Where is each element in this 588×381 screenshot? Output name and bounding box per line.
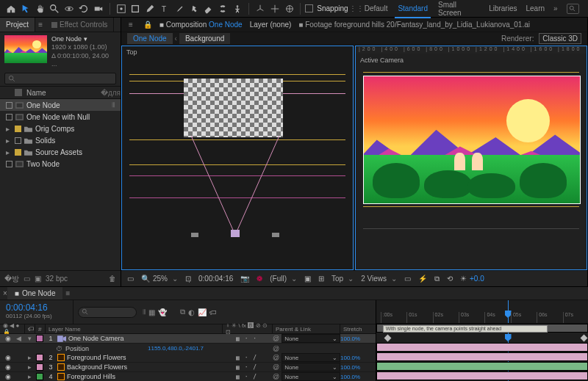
layer-track[interactable] [376, 362, 588, 371]
pickwhip-icon[interactable]: @ [273, 354, 279, 361]
parent-link[interactable]: @None⌄ [273, 353, 340, 362]
workspace-default[interactable]: Default [365, 4, 388, 12]
roto-tool-icon[interactable] [216, 2, 229, 15]
project-tab[interactable]: Project [0, 18, 35, 32]
twirl-icon[interactable]: ▸ [25, 373, 34, 380]
project-item[interactable]: Two Node [0, 158, 121, 170]
zoom-dropdown[interactable]: 🔍 25%⌄ [141, 275, 178, 283]
parent-column[interactable]: Parent & Link [273, 324, 340, 333]
layer-row[interactable]: ◉◀▾1One Node Camera▦ · ·@None⌄100.0% [0, 334, 376, 344]
new-comp-icon[interactable]: ▣ [35, 275, 41, 283]
name-column-header[interactable]: Name [26, 89, 46, 97]
fast-preview-icon[interactable]: ⚡ [418, 275, 427, 283]
pickwhip-icon[interactable]: @ [273, 373, 279, 380]
world-axis-icon[interactable] [268, 2, 282, 15]
visibility-toggle[interactable]: ◉ [0, 354, 16, 361]
snap-options-icon[interactable]: ⋮⋮ [350, 2, 363, 15]
layer-track[interactable] [376, 352, 588, 361]
anchor-tool-icon[interactable] [115, 2, 128, 15]
composition-tab[interactable]: ■ Composition One Node [159, 21, 243, 29]
pen-tool-icon[interactable] [143, 2, 157, 15]
always-preview-icon[interactable]: ⟲ [447, 275, 453, 283]
timecode-display[interactable]: 0:00:04:16 [198, 275, 233, 283]
text-tool-icon[interactable]: T [158, 2, 171, 15]
keyframe[interactable] [581, 335, 588, 342]
project-item[interactable]: ▸ Solids [0, 134, 121, 146]
twirl-icon[interactable]: ▾ [25, 335, 34, 342]
snapshot-icon[interactable]: 📷 [240, 275, 249, 283]
camera-tool-icon[interactable] [92, 2, 105, 15]
playhead[interactable] [508, 300, 509, 323]
interpret-footage-icon[interactable]: �방 [4, 274, 19, 284]
flowchart-icon[interactable]: ⫴ [109, 101, 118, 109]
keyframe[interactable] [384, 335, 391, 342]
lock-icon[interactable]: 🔒 [143, 21, 152, 29]
motion-blur-icon[interactable]: ◐ [188, 308, 195, 316]
label-column-icon[interactable] [15, 89, 22, 96]
timeline-menu-icon[interactable]: ≡ [65, 289, 70, 297]
workspace-small-screen[interactable]: Small Screen [438, 1, 480, 17]
brainstorm-icon[interactable]: 🏷 [209, 308, 217, 316]
layer-row[interactable]: ◉▸4Foreground Hills▦ · /@None⌄100.0% [0, 372, 376, 381]
orbit-tool-icon[interactable] [62, 2, 76, 15]
twirl-icon[interactable]: ▸ [25, 354, 34, 361]
resolution-dc-icon[interactable]: ⊡̣ [185, 275, 191, 283]
stretch-value[interactable]: 100.0% [340, 355, 376, 361]
project-panel-menu-icon[interactable]: ≡ [38, 21, 43, 29]
view-dropdown[interactable]: Top⌄ [331, 275, 354, 283]
property-value[interactable]: 1155.0,480.0,-2401.7 [148, 345, 273, 352]
twirl-icon[interactable]: ▸ [25, 363, 34, 371]
layer-row[interactable]: ◉▸3Background Flowers▦ · /@None⌄100.0% [0, 363, 376, 372]
layer-name[interactable]: One Node Camera [56, 335, 236, 342]
frame-blend-icon[interactable]: ⧉ [180, 308, 185, 316]
draft3d-icon[interactable]: ▦ [148, 308, 155, 316]
workspace-libraries[interactable]: Libraries [489, 4, 517, 12]
label-chip[interactable] [36, 363, 43, 371]
layer-row[interactable]: ◉▸2Foreground Flowers▦ · /@None⌄100.0% [0, 353, 376, 363]
breadcrumb-item[interactable]: Background [179, 33, 230, 44]
zoom-tool-icon[interactable] [48, 2, 61, 15]
current-time[interactable]: 0:00:04:16 00112 (24.00 fps) [0, 300, 74, 324]
resolution-dropdown[interactable]: (Full)⌄ [270, 275, 297, 283]
visibility-toggle[interactable]: ◉ [0, 335, 16, 342]
parent-link[interactable]: @None⌄ [273, 363, 340, 371]
layer-name[interactable]: Background Flowers [56, 363, 236, 371]
type-column-icon[interactable]: �для [101, 89, 121, 97]
visibility-toggle[interactable]: ◉ [0, 373, 16, 380]
footage-tab[interactable]: ■ Footage foreground hills 20/Fantasy_la… [298, 21, 530, 29]
viewport-top[interactable]: Top [121, 46, 354, 270]
pickwhip-icon[interactable]: @ [273, 335, 279, 342]
eraser-tool-icon[interactable] [202, 2, 215, 15]
selection-tool-icon[interactable] [19, 2, 32, 15]
comp-flowchart-icon[interactable]: ⫴ [143, 308, 146, 316]
grid-icon[interactable]: ⊞ [318, 275, 324, 283]
time-ruler[interactable]: :00s01s02s03s04s05s06s07s [376, 300, 588, 324]
layer-name-column[interactable]: Layer Name [46, 324, 223, 333]
views-layout-dropdown[interactable]: 2 Views⌄ [361, 275, 397, 283]
stopwatch-icon[interactable]: ⏱ [56, 345, 62, 352]
project-item[interactable]: One Node ⫴ [0, 99, 121, 111]
project-item[interactable]: ▸ Orig Comps [0, 123, 121, 134]
project-search-input[interactable] [4, 73, 116, 84]
visibility-toggle[interactable]: ◉ [0, 363, 16, 371]
snapping-checkbox[interactable] [305, 4, 313, 12]
effect-controls-tab[interactable]: Effect Controls [46, 18, 114, 32]
home-icon[interactable] [4, 2, 18, 15]
stretch-column[interactable]: Stretch [340, 324, 376, 333]
hand-tool-icon[interactable] [34, 2, 47, 15]
parent-link[interactable]: @None⌄ [273, 334, 340, 343]
layer-marker[interactable]: With single node, the camera points stra… [383, 325, 548, 333]
viewport-active-camera[interactable]: |200 |400 |600 |800 |1000 |1200 |1400 |1… [355, 46, 587, 270]
puppet-tool-icon[interactable] [231, 2, 244, 15]
stretch-value[interactable]: 100.0% [340, 374, 376, 380]
breadcrumb-item[interactable]: One Node [127, 33, 173, 44]
layer-name[interactable]: Foreground Hills [56, 373, 236, 380]
new-folder-icon[interactable]: ▭ [24, 275, 30, 283]
label-chip[interactable] [36, 335, 43, 342]
timeline-icon[interactable]: ⧉ [434, 275, 440, 283]
shape-tool-icon[interactable] [129, 2, 142, 15]
view-axis-icon[interactable] [283, 2, 296, 15]
stretch-value[interactable]: 100.0% [340, 335, 376, 342]
track-area[interactable]: With single node, the camera points stra… [376, 324, 588, 381]
brush-tool-icon[interactable] [173, 2, 186, 15]
